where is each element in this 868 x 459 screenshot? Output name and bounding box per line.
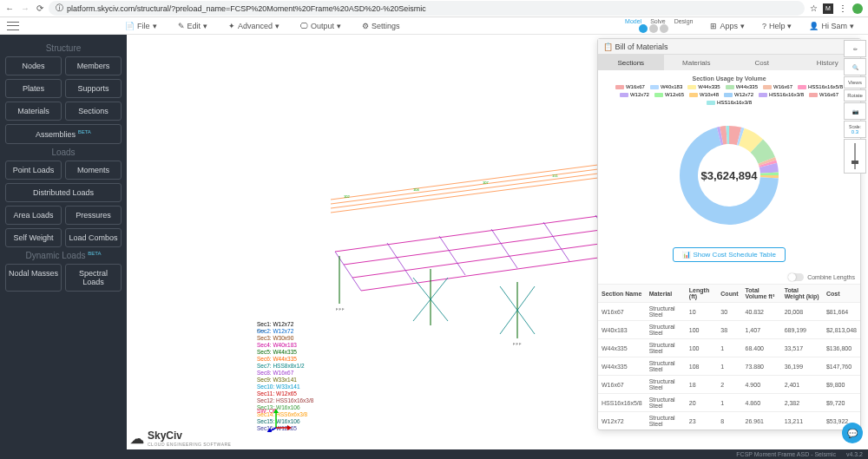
output-menu[interactable]: 🖵 Output ▾ [290,22,352,30]
point-loads-button[interactable]: Point Loads [5,161,62,180]
file-menu[interactable]: 📄 File ▾ [115,22,168,30]
area-loads-button[interactable]: Area Loads [5,206,62,225]
load-combos-button[interactable]: Load Combos [65,228,122,247]
axes-icon [266,406,292,432]
table-row[interactable]: W44x335Structural Steel100168.40033,517$… [598,339,860,357]
col-header[interactable]: Cost [823,285,860,303]
mode-solve[interactable]: Solve [650,18,666,24]
svg-text:107: 107 [483,180,489,185]
svg-line-6 [439,236,465,275]
app-toolbar: 📄 File ▾ ✎ Edit ▾ ✦ Advanced ▾ 🖵 Output … [0,17,868,35]
col-header[interactable]: Total Volume ft³ [742,285,781,303]
table-row[interactable]: W16x67Structural Steel103040.83220,008$8… [598,303,860,321]
nodal-masses-button[interactable]: Nodal Masses [5,264,62,292]
ext-icon[interactable]: M [823,3,833,14]
svg-line-7 [491,229,517,268]
rotate-tool[interactable]: Rotate [844,89,866,102]
show-cost-table-button[interactable]: 📊 Show Cost Schedule Table [673,247,786,262]
table-row[interactable]: W44x335Structural Steel108173.88036,199$… [598,357,860,376]
self-weight-button[interactable]: Self Weight [5,228,62,247]
settings-menu[interactable]: ⚙ Settings [352,22,411,30]
moments-button[interactable]: Moments [65,161,122,180]
zoom-tool[interactable]: 🔍 [844,58,866,75]
svg-marker-36 [287,425,292,430]
spectral-loads-button[interactable]: Spectral Loads [65,264,122,292]
user-menu[interactable]: 👤 Hi Sam ▾ [802,22,861,30]
url-bar[interactable]: ⓘ platform.skyciv.com/structural/?preloa… [49,1,805,16]
assemblies-button[interactable]: Assemblies BETA [5,124,122,144]
members-button[interactable]: Members [65,56,122,75]
svg-text:104: 104 [413,187,419,192]
advanced-menu[interactable]: ✦ Advanced ▾ [218,22,290,30]
edit-menu[interactable]: ✎ Edit ▾ [168,22,219,30]
col-header[interactable]: Total Weight (kip) [781,285,823,303]
list-icon: 📋 [603,43,613,51]
tab-sections[interactable]: Sections [598,55,664,70]
avatar-icon[interactable] [852,3,863,14]
pressures-button[interactable]: Pressures [65,206,122,225]
col-header[interactable]: Section Name [598,285,646,303]
hamburger-icon[interactable] [7,22,19,30]
star-icon[interactable]: ☆ [810,3,818,13]
pencil-tool[interactable]: ✏ [844,40,866,57]
svg-text:111: 111 [552,174,558,178]
svg-marker-34 [273,409,279,413]
tab-cost[interactable]: Cost [729,55,795,70]
svg-line-8 [543,222,569,261]
loads-heading: Loads [5,148,122,157]
mode-model[interactable]: Model [625,18,641,24]
combine-label: Combine Lengths [807,274,855,280]
table-row[interactable]: W40x183Structural Steel100381,407689,199… [598,321,860,339]
donut-chart: $3,624,894 [664,110,794,240]
apps-menu[interactable]: ⊞ Apps ▾ [703,22,752,30]
table-row[interactable]: HSS16x16x5/8Structural Steel2014.8602,38… [598,394,860,412]
project-name: FCSP Moment Frame ASD - Seismic [736,451,836,457]
skyciv-logo: ☁ SkyCivCLOUD ENGINEERING SOFTWARE [130,429,231,447]
chat-icon[interactable]: 💬 [842,423,863,443]
svg-text:102: 102 [344,194,350,199]
sections-button[interactable]: Sections [65,102,122,121]
menu-icon[interactable]: ⋮ [838,3,847,13]
reload-icon[interactable]: ⟳ [36,3,43,13]
scale-label: Scale:0.3 [844,121,866,138]
right-tool-stack: ✏ 🔍 Views Rotate 📷 Scale:0.3 [844,40,866,174]
svg-text:F F F: F F F [336,307,345,311]
info-icon: ⓘ [56,3,63,14]
structure-heading: Structure [5,43,122,53]
mode-dot-2[interactable] [649,24,658,33]
views-tool[interactable]: Views [844,76,866,89]
plates-button[interactable]: Plates [5,79,62,98]
col-header[interactable]: Length (ft) [686,285,717,303]
status-bar: FCSP Moment Frame ASD - Seismic v4.3.2 [0,449,868,459]
mode-dot-3[interactable] [660,24,668,33]
tab-materials[interactable]: Materials [664,55,730,70]
mode-design[interactable]: Design [674,18,694,24]
scale-slider[interactable] [844,139,866,174]
back-icon[interactable]: ← [5,3,14,13]
help-menu[interactable]: ? Help ▾ [755,22,799,30]
supports-button[interactable]: Supports [65,79,122,98]
svg-text:F F F: F F F [513,342,522,346]
donut-center-value: $3,624,894 [700,169,757,182]
mode-dot-1[interactable] [639,24,648,33]
col-header[interactable]: Count [717,285,741,303]
browser-bar: ← → ⟳ ⓘ platform.skyciv.com/structural/?… [0,0,868,17]
version-label: v4.3.2 [846,451,863,457]
combine-toggle[interactable] [788,273,804,281]
svg-line-5 [387,243,413,282]
col-header[interactable]: Material [646,285,686,303]
dist-loads-button[interactable]: Distributed Loads [5,183,122,202]
canvas-3d[interactable]: 102104107 111117 F F FF F F F F FF F F S… [127,35,868,449]
materials-button[interactable]: Materials [5,102,62,121]
nodes-button[interactable]: Nodes [5,56,62,75]
sections-table: Section NameMaterialLength (ft)CountTota… [598,284,860,429]
dyn-loads-heading: Dynamic Loads BETA [5,251,122,260]
url-text: platform.skyciv.com/structural/?preload_… [67,4,426,13]
table-row[interactable]: W16x67Structural Steel1824.9002,401$9,80… [598,376,860,394]
left-sidebar: Structure NodesMembers PlatesSupports Ma… [0,35,127,449]
camera-tool[interactable]: 📷 [844,102,866,120]
table-row[interactable]: W12x72Structural Steel23826.96113,211$53… [598,412,860,430]
forward-icon[interactable]: → [21,3,30,13]
bom-panel: 📋 Bill of Materials × Sections Materials… [597,38,861,430]
chart-legend: W16x67W40x183W44x335W44x335W16x67HSS16x1… [603,84,855,105]
